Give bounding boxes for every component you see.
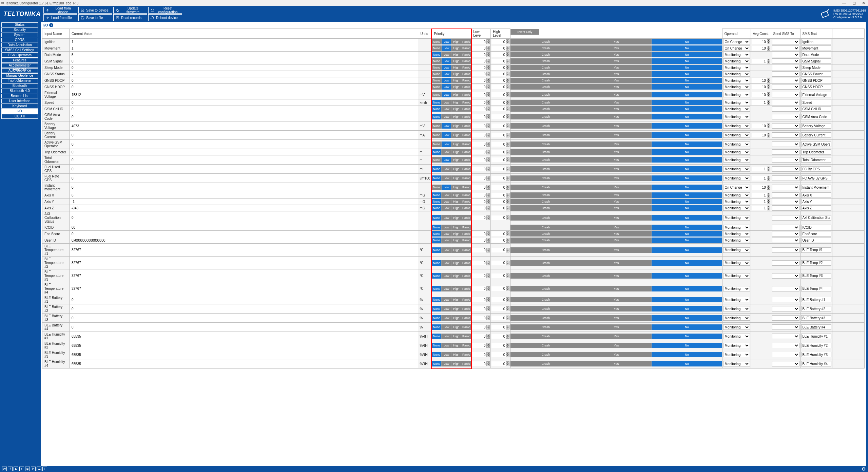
toolbar: Load from deviceSave to deviceUpdate fir… [43, 7, 182, 21]
window-title: Teltonika.Configurator 1.7.61.E.fmp100_e… [5, 1, 78, 5]
minimize-button[interactable]: — [841, 1, 848, 5]
toolbar-load-from-file[interactable]: Load from file [43, 14, 77, 21]
header: TELTONIKA Load from deviceSave to device… [0, 6, 868, 22]
svg-line-5 [827, 10, 829, 11]
toolbar-update-firmware[interactable]: Update firmware [113, 7, 147, 14]
maximize-button[interactable]: ◻ [851, 1, 857, 5]
logo: TELTONIKA [2, 11, 40, 18]
svg-rect-4 [821, 11, 829, 18]
cfg-label: Configuration 9.5.3.0 [833, 16, 866, 19]
toolbar-save-to-device[interactable]: Save to device [78, 7, 112, 14]
toolbar-save-to-file[interactable]: Save to file [78, 14, 112, 21]
toolbar-read-records[interactable]: Read records [113, 14, 147, 21]
imei-label: IMEI 350612077961918 [833, 9, 866, 12]
fw-label: FW 03.28.04 Rev:273 [833, 12, 866, 16]
device-icon [820, 8, 831, 19]
app-icon: ⧉ [1, 1, 4, 5]
toolbar-load-from-device[interactable]: Load from device [43, 7, 77, 14]
device-info: IMEI 350612077961918 FW 03.28.04 Rev:273… [820, 8, 866, 19]
toolbar-reset-configuration[interactable]: Reset configuration [148, 7, 182, 14]
close-button[interactable]: ✕ [861, 1, 867, 5]
toolbar-reboot-device[interactable]: Reboot device [148, 14, 182, 21]
titlebar: ⧉ Teltonika.Configurator 1.7.61.E.fmp100… [0, 0, 868, 6]
